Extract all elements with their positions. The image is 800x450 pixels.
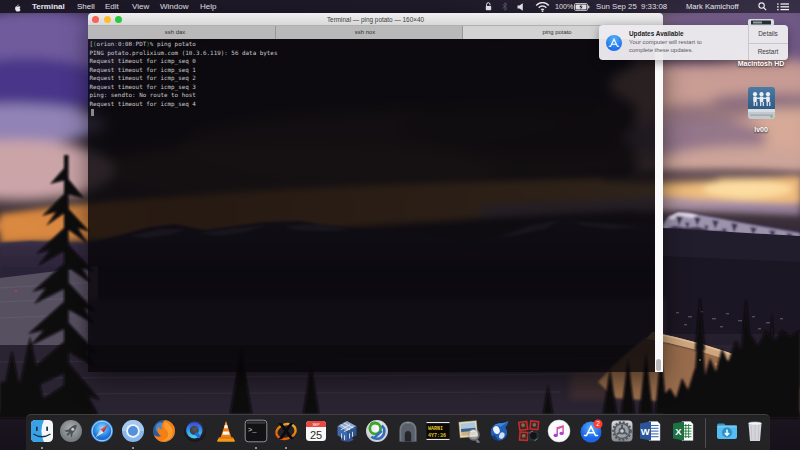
svg-text:WARNI: WARNI bbox=[428, 426, 443, 432]
svg-text:>_: >_ bbox=[248, 426, 257, 434]
svg-text:25: 25 bbox=[310, 429, 322, 441]
svg-text:W: W bbox=[641, 426, 650, 437]
svg-text:4Y7:36: 4Y7:36 bbox=[428, 433, 446, 439]
svg-text:SEP: SEP bbox=[312, 423, 320, 427]
svg-text:2: 2 bbox=[596, 420, 600, 427]
svg-text:X: X bbox=[675, 426, 682, 437]
